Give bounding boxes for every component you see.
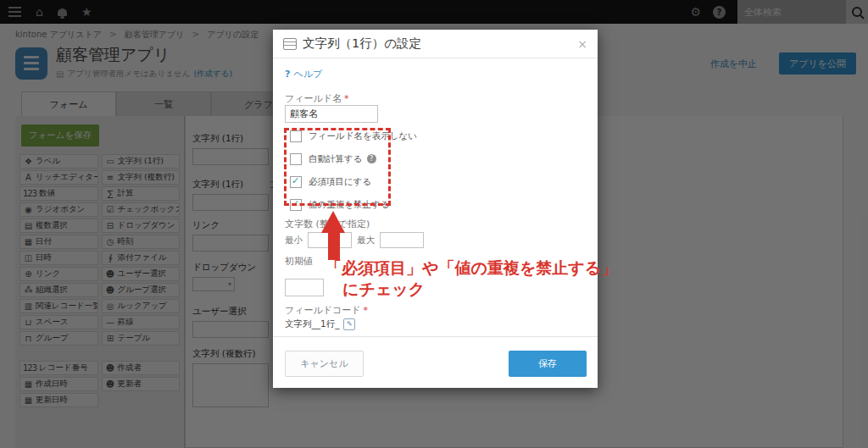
- save-button[interactable]: 保存: [509, 351, 587, 377]
- checkbox-icon[interactable]: [290, 153, 302, 165]
- max-length-input[interactable]: [380, 232, 424, 248]
- modal-footer: キャンセル 保存: [273, 336, 598, 388]
- option-checkbox-row[interactable]: フィールド名を表示しない: [290, 130, 417, 141]
- annotation-arrow-stem: [328, 232, 340, 260]
- annotation-text-line2: にチェック: [342, 279, 425, 301]
- help-link[interactable]: ?ヘルプ: [285, 68, 322, 80]
- default-value-input[interactable]: [285, 279, 324, 296]
- text-field-icon: [283, 38, 297, 50]
- edit-pencil-icon[interactable]: ✎: [343, 318, 355, 330]
- checkbox-icon[interactable]: [290, 130, 302, 142]
- required-mark: *: [344, 93, 349, 104]
- checkbox-icon[interactable]: [290, 176, 302, 188]
- modal-header: 文字列（1行）の設定 ×: [273, 30, 598, 58]
- field-code-value: 文字列__1行_: [285, 318, 339, 330]
- min-label: 最小: [285, 235, 303, 246]
- field-name-input[interactable]: [285, 105, 378, 123]
- option-checkbox-row[interactable]: 自動計算する ?: [290, 153, 417, 164]
- option-checkbox-group: フィールド名を表示しない 自動計算する ? 必須項目にする 値の重複を禁止する: [290, 130, 417, 210]
- field-code-label: フィールドコード*: [285, 304, 368, 317]
- annotation-text-line1: 「必須項目」や「値の重複を禁止する」: [326, 257, 617, 279]
- default-value-label: 初期値: [285, 255, 313, 268]
- length-range: 最小 最大: [285, 232, 424, 248]
- max-label: 最大: [357, 235, 375, 246]
- required-mark: *: [364, 305, 369, 316]
- info-icon[interactable]: ?: [367, 154, 376, 163]
- cancel-button[interactable]: キャンセル: [285, 351, 364, 377]
- annotation-arrow-icon: [321, 211, 345, 233]
- option-checkbox-row[interactable]: 必須項目にする: [290, 176, 417, 187]
- field-settings-modal: 文字列（1行）の設定 × ?ヘルプ フィールド名* フィールド名を表示しない 自…: [273, 30, 598, 388]
- field-name-label: フィールド名*: [285, 92, 349, 105]
- field-code-row: 文字列__1行_ ✎: [285, 318, 355, 330]
- close-icon[interactable]: ×: [577, 37, 587, 51]
- option-checkbox-row[interactable]: 値の重複を禁止する: [290, 199, 417, 210]
- modal-title: 文字列（1行）の設定: [303, 36, 421, 52]
- checkbox-icon[interactable]: [290, 199, 302, 211]
